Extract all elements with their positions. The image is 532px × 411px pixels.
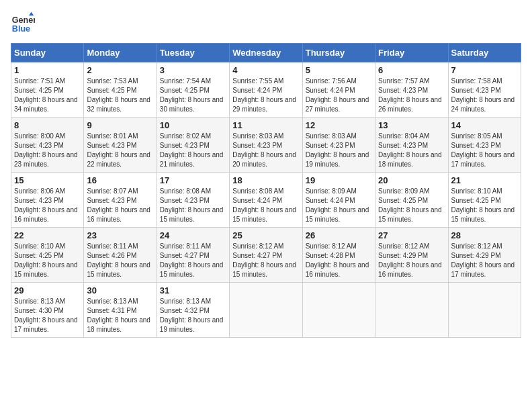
week-row-1: 1 Sunrise: 7:51 AMSunset: 4:25 PMDayligh… (11, 62, 521, 118)
day-number: 14 (451, 120, 518, 130)
logo: General Blue (11, 11, 35, 35)
calendar-cell: 29 Sunrise: 8:13 AMSunset: 4:30 PMDaylig… (11, 283, 84, 338)
day-number: 20 (378, 175, 445, 185)
week-row-3: 15 Sunrise: 8:06 AMSunset: 4:23 PMDaylig… (11, 173, 521, 228)
cell-info: Sunrise: 8:10 AMSunset: 4:25 PMDaylight:… (451, 187, 515, 223)
day-header-friday: Friday (375, 44, 448, 62)
week-row-4: 22 Sunrise: 8:10 AMSunset: 4:25 PMDaylig… (11, 228, 521, 283)
cell-info: Sunrise: 8:00 AMSunset: 4:23 PMDaylight:… (14, 132, 78, 168)
cell-info: Sunrise: 8:13 AMSunset: 4:32 PMDaylight:… (160, 298, 224, 333)
cell-info: Sunrise: 8:08 AMSunset: 4:23 PMDaylight:… (160, 187, 224, 223)
cell-info: Sunrise: 8:07 AMSunset: 4:23 PMDaylight:… (87, 187, 150, 223)
day-number: 4 (232, 65, 299, 75)
cell-info: Sunrise: 8:09 AMSunset: 4:25 PMDaylight:… (378, 187, 442, 223)
calendar-cell (375, 283, 448, 338)
cell-info: Sunrise: 8:13 AMSunset: 4:31 PMDaylight:… (87, 298, 150, 333)
day-number: 18 (232, 175, 299, 185)
day-header-thursday: Thursday (302, 44, 375, 62)
calendar-cell: 18 Sunrise: 8:08 AMSunset: 4:24 PMDaylig… (230, 173, 302, 228)
day-number: 9 (87, 120, 153, 130)
day-number: 24 (160, 230, 226, 240)
calendar-cell: 24 Sunrise: 8:11 AMSunset: 4:27 PMDaylig… (157, 228, 229, 283)
cell-info: Sunrise: 8:03 AMSunset: 4:23 PMDaylight:… (232, 132, 296, 168)
cell-info: Sunrise: 8:12 AMSunset: 4:29 PMDaylight:… (378, 242, 442, 278)
day-number: 25 (232, 230, 299, 240)
day-number: 23 (87, 230, 153, 240)
day-number: 29 (14, 285, 81, 295)
day-number: 28 (451, 230, 518, 240)
calendar-cell: 3 Sunrise: 7:54 AMSunset: 4:25 PMDayligh… (157, 62, 229, 118)
cell-info: Sunrise: 8:02 AMSunset: 4:23 PMDaylight:… (160, 132, 224, 168)
cell-info: Sunrise: 8:04 AMSunset: 4:23 PMDaylight:… (378, 132, 442, 168)
cell-info: Sunrise: 8:03 AMSunset: 4:23 PMDaylight:… (306, 132, 369, 168)
cell-info: Sunrise: 8:08 AMSunset: 4:24 PMDaylight:… (232, 187, 296, 223)
week-row-5: 29 Sunrise: 8:13 AMSunset: 4:30 PMDaylig… (11, 283, 521, 338)
calendar-cell: 31 Sunrise: 8:13 AMSunset: 4:32 PMDaylig… (157, 283, 229, 338)
cell-info: Sunrise: 8:06 AMSunset: 4:23 PMDaylight:… (14, 187, 78, 223)
calendar-cell: 11 Sunrise: 8:03 AMSunset: 4:23 PMDaylig… (230, 118, 302, 173)
day-number: 17 (160, 175, 226, 185)
calendar-cell (230, 283, 302, 338)
calendar-cell: 9 Sunrise: 8:01 AMSunset: 4:23 PMDayligh… (84, 118, 157, 173)
calendar-cell (302, 283, 375, 338)
day-number: 11 (232, 120, 299, 130)
cell-info: Sunrise: 8:12 AMSunset: 4:29 PMDaylight:… (451, 242, 515, 278)
cell-info: Sunrise: 7:56 AMSunset: 4:24 PMDaylight:… (306, 77, 369, 113)
day-number: 7 (451, 65, 518, 75)
day-number: 26 (306, 230, 372, 240)
calendar-cell: 30 Sunrise: 8:13 AMSunset: 4:31 PMDaylig… (84, 283, 157, 338)
day-header-wednesday: Wednesday (230, 44, 302, 62)
cell-info: Sunrise: 8:12 AMSunset: 4:28 PMDaylight:… (306, 242, 369, 278)
calendar-header: SundayMondayTuesdayWednesdayThursdayFrid… (11, 44, 521, 62)
calendar-cell: 14 Sunrise: 8:05 AMSunset: 4:23 PMDaylig… (448, 118, 521, 173)
calendar-cell: 27 Sunrise: 8:12 AMSunset: 4:29 PMDaylig… (375, 228, 448, 283)
day-number: 8 (14, 120, 81, 130)
week-row-2: 8 Sunrise: 8:00 AMSunset: 4:23 PMDayligh… (11, 118, 521, 173)
calendar-cell: 17 Sunrise: 8:08 AMSunset: 4:23 PMDaylig… (157, 173, 229, 228)
logo-icon: General Blue (11, 11, 35, 35)
day-number: 1 (14, 65, 81, 75)
cell-info: Sunrise: 8:09 AMSunset: 4:24 PMDaylight:… (306, 187, 369, 223)
calendar-cell: 2 Sunrise: 7:53 AMSunset: 4:25 PMDayligh… (84, 62, 157, 118)
day-number: 5 (306, 65, 372, 75)
cell-info: Sunrise: 7:58 AMSunset: 4:23 PMDaylight:… (451, 77, 515, 113)
calendar-cell: 23 Sunrise: 8:11 AMSunset: 4:26 PMDaylig… (84, 228, 157, 283)
svg-marker-2 (29, 12, 34, 15)
cell-info: Sunrise: 7:55 AMSunset: 4:24 PMDaylight:… (232, 77, 296, 113)
day-number: 21 (451, 175, 518, 185)
day-number: 2 (87, 65, 153, 75)
calendar-cell: 15 Sunrise: 8:06 AMSunset: 4:23 PMDaylig… (11, 173, 84, 228)
day-number: 6 (378, 65, 445, 75)
calendar-cell: 20 Sunrise: 8:09 AMSunset: 4:25 PMDaylig… (375, 173, 448, 228)
calendar-table: SundayMondayTuesdayWednesdayThursdayFrid… (11, 43, 521, 338)
cell-info: Sunrise: 8:10 AMSunset: 4:25 PMDaylight:… (14, 242, 78, 278)
cell-info: Sunrise: 8:11 AMSunset: 4:26 PMDaylight:… (87, 242, 150, 278)
calendar-cell: 1 Sunrise: 7:51 AMSunset: 4:25 PMDayligh… (11, 62, 84, 118)
calendar-cell: 7 Sunrise: 7:58 AMSunset: 4:23 PMDayligh… (448, 62, 521, 118)
cell-info: Sunrise: 7:51 AMSunset: 4:25 PMDaylight:… (14, 77, 78, 113)
svg-text:Blue: Blue (12, 24, 30, 34)
calendar-cell: 16 Sunrise: 8:07 AMSunset: 4:23 PMDaylig… (84, 173, 157, 228)
cell-info: Sunrise: 8:11 AMSunset: 4:27 PMDaylight:… (160, 242, 224, 278)
calendar-cell: 28 Sunrise: 8:12 AMSunset: 4:29 PMDaylig… (448, 228, 521, 283)
day-number: 15 (14, 175, 81, 185)
cell-info: Sunrise: 7:54 AMSunset: 4:25 PMDaylight:… (160, 77, 224, 113)
day-number: 3 (160, 65, 226, 75)
day-number: 27 (378, 230, 445, 240)
day-number: 19 (306, 175, 372, 185)
calendar-cell: 10 Sunrise: 8:02 AMSunset: 4:23 PMDaylig… (157, 118, 229, 173)
day-number: 22 (14, 230, 81, 240)
day-number: 10 (160, 120, 226, 130)
calendar-cell: 12 Sunrise: 8:03 AMSunset: 4:23 PMDaylig… (302, 118, 375, 173)
day-header-tuesday: Tuesday (157, 44, 229, 62)
calendar-cell (448, 283, 521, 338)
calendar-cell: 5 Sunrise: 7:56 AMSunset: 4:24 PMDayligh… (302, 62, 375, 118)
day-header-saturday: Saturday (448, 44, 521, 62)
day-header-monday: Monday (84, 44, 157, 62)
day-number: 30 (87, 285, 153, 295)
cell-info: Sunrise: 7:53 AMSunset: 4:25 PMDaylight:… (87, 77, 150, 113)
cell-info: Sunrise: 8:13 AMSunset: 4:30 PMDaylight:… (14, 298, 78, 333)
calendar-cell: 19 Sunrise: 8:09 AMSunset: 4:24 PMDaylig… (302, 173, 375, 228)
calendar-cell: 8 Sunrise: 8:00 AMSunset: 4:23 PMDayligh… (11, 118, 84, 173)
cell-info: Sunrise: 7:57 AMSunset: 4:23 PMDaylight:… (378, 77, 442, 113)
